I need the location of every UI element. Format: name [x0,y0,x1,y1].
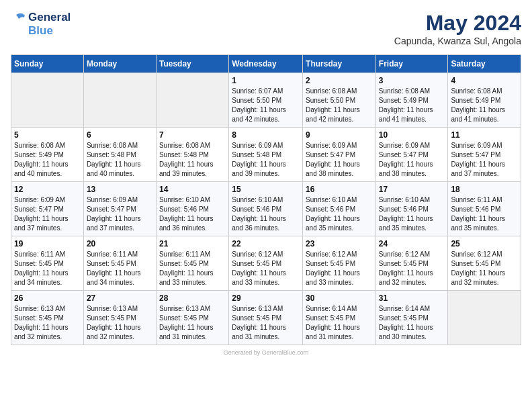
day-number: 22 [232,239,300,248]
table-row: 30Sunrise: 6:14 AMSunset: 5:45 PMDayligh… [303,291,376,345]
table-row [11,73,84,128]
table-row: 19Sunrise: 6:11 AMSunset: 5:45 PMDayligh… [11,236,84,291]
table-row: 28Sunrise: 6:13 AMSunset: 5:45 PMDayligh… [156,291,228,345]
table-row: 20Sunrise: 6:11 AMSunset: 5:45 PMDayligh… [83,236,156,291]
day-number: 31 [379,293,445,303]
title-area: May 2024 Capunda, Kwanza Sul, Angola [394,11,521,46]
location-subtitle: Capunda, Kwanza Sul, Angola [394,36,521,46]
header-wednesday: Wednesday [229,55,303,73]
day-info: Sunrise: 6:11 AMSunset: 5:45 PMDaylight:… [14,250,81,287]
day-info: Sunrise: 6:09 AMSunset: 5:47 PMDaylight:… [379,141,445,179]
day-number: 13 [87,185,153,194]
day-number: 26 [14,293,81,303]
table-row: 4Sunrise: 6:08 AMSunset: 5:49 PMDaylight… [448,73,521,128]
day-info: Sunrise: 6:09 AMSunset: 5:48 PMDaylight:… [232,141,300,179]
day-info: Sunrise: 6:12 AMSunset: 5:45 PMDaylight:… [232,250,300,287]
day-info: Sunrise: 6:11 AMSunset: 5:45 PMDaylight:… [159,250,226,287]
day-number: 21 [159,239,226,248]
day-number: 7 [159,130,226,140]
day-info: Sunrise: 6:13 AMSunset: 5:45 PMDaylight:… [87,304,153,342]
day-number: 5 [14,130,81,140]
day-number: 17 [379,185,445,194]
day-info: Sunrise: 6:10 AMSunset: 5:46 PMDaylight:… [306,195,373,233]
day-info: Sunrise: 6:10 AMSunset: 5:46 PMDaylight:… [232,195,300,233]
day-number: 20 [87,239,153,248]
day-number: 10 [379,130,445,140]
day-number: 9 [306,130,373,140]
day-info: Sunrise: 6:12 AMSunset: 5:45 PMDaylight:… [379,250,445,287]
table-row: 21Sunrise: 6:11 AMSunset: 5:45 PMDayligh… [156,236,228,291]
day-info: Sunrise: 6:13 AMSunset: 5:45 PMDaylight:… [159,304,226,342]
table-row: 15Sunrise: 6:10 AMSunset: 5:46 PMDayligh… [229,182,303,236]
table-row: 2Sunrise: 6:08 AMSunset: 5:50 PMDaylight… [303,73,376,128]
day-number: 24 [379,239,445,248]
table-row: 24Sunrise: 6:12 AMSunset: 5:45 PMDayligh… [375,236,448,291]
day-number: 16 [306,185,373,194]
day-info: Sunrise: 6:10 AMSunset: 5:46 PMDaylight:… [379,195,445,233]
day-info: Sunrise: 6:10 AMSunset: 5:46 PMDaylight:… [159,195,226,233]
day-number: 1 [232,76,300,85]
table-row: 12Sunrise: 6:09 AMSunset: 5:47 PMDayligh… [11,182,84,236]
calendar-week-row: 26Sunrise: 6:13 AMSunset: 5:45 PMDayligh… [11,291,521,345]
day-info: Sunrise: 6:08 AMSunset: 5:48 PMDaylight:… [87,141,153,179]
calendar-week-row: 1Sunrise: 6:07 AMSunset: 5:50 PMDaylight… [11,73,521,128]
table-row: 10Sunrise: 6:09 AMSunset: 5:47 PMDayligh… [375,128,448,182]
table-row: 22Sunrise: 6:12 AMSunset: 5:45 PMDayligh… [229,236,303,291]
day-number: 27 [87,293,153,303]
month-title: May 2024 [394,11,521,36]
day-info: Sunrise: 6:09 AMSunset: 5:47 PMDaylight:… [14,195,81,233]
table-row: 3Sunrise: 6:08 AMSunset: 5:49 PMDaylight… [375,73,448,128]
table-row: 1Sunrise: 6:07 AMSunset: 5:50 PMDaylight… [229,73,303,128]
table-row: 13Sunrise: 6:09 AMSunset: 5:47 PMDayligh… [83,182,156,236]
day-number: 30 [306,293,373,303]
table-row: 7Sunrise: 6:08 AMSunset: 5:48 PMDaylight… [156,128,228,182]
day-info: Sunrise: 6:13 AMSunset: 5:45 PMDaylight:… [232,304,300,342]
day-number: 23 [306,239,373,248]
day-info: Sunrise: 6:08 AMSunset: 5:50 PMDaylight:… [306,87,373,124]
day-info: Sunrise: 6:14 AMSunset: 5:45 PMDaylight:… [306,304,373,342]
calendar-table: Sunday Monday Tuesday Wednesday Thursday… [11,54,521,345]
table-row: 29Sunrise: 6:13 AMSunset: 5:45 PMDayligh… [229,291,303,345]
calendar-week-row: 5Sunrise: 6:08 AMSunset: 5:49 PMDaylight… [11,128,521,182]
table-row: 5Sunrise: 6:08 AMSunset: 5:49 PMDaylight… [11,128,84,182]
footer: Generated by GeneralBlue.com [11,349,521,356]
table-row: 14Sunrise: 6:10 AMSunset: 5:46 PMDayligh… [156,182,228,236]
day-number: 3 [379,76,445,85]
day-number: 25 [451,239,518,248]
day-number: 8 [232,130,300,140]
day-info: Sunrise: 6:07 AMSunset: 5:50 PMDaylight:… [232,87,300,124]
day-info: Sunrise: 6:12 AMSunset: 5:45 PMDaylight:… [306,250,373,287]
header-tuesday: Tuesday [156,55,228,73]
day-info: Sunrise: 6:09 AMSunset: 5:47 PMDaylight:… [306,141,373,179]
table-row: 27Sunrise: 6:13 AMSunset: 5:45 PMDayligh… [83,291,156,345]
table-row: 17Sunrise: 6:10 AMSunset: 5:46 PMDayligh… [375,182,448,236]
header-thursday: Thursday [303,55,376,73]
day-number: 2 [306,76,373,85]
day-info: Sunrise: 6:08 AMSunset: 5:49 PMDaylight:… [14,141,81,179]
day-number: 14 [159,185,226,194]
day-number: 4 [451,76,518,85]
day-info: Sunrise: 6:13 AMSunset: 5:45 PMDaylight:… [14,304,81,342]
header-saturday: Saturday [448,55,521,73]
table-row: 31Sunrise: 6:14 AMSunset: 5:45 PMDayligh… [375,291,448,345]
table-row: 16Sunrise: 6:10 AMSunset: 5:46 PMDayligh… [303,182,376,236]
calendar-week-row: 12Sunrise: 6:09 AMSunset: 5:47 PMDayligh… [11,182,521,236]
table-row: 26Sunrise: 6:13 AMSunset: 5:45 PMDayligh… [11,291,84,345]
page-header: General Blue May 2024 Capunda, Kwanza Su… [11,11,521,46]
day-info: Sunrise: 6:08 AMSunset: 5:48 PMDaylight:… [159,141,226,179]
table-row [83,73,156,128]
day-number: 28 [159,293,226,303]
day-number: 6 [87,130,153,140]
table-row: 6Sunrise: 6:08 AMSunset: 5:48 PMDaylight… [83,128,156,182]
day-info: Sunrise: 6:09 AMSunset: 5:47 PMDaylight:… [87,195,153,233]
day-info: Sunrise: 6:14 AMSunset: 5:45 PMDaylight:… [379,304,445,342]
header-friday: Friday [375,55,448,73]
day-info: Sunrise: 6:11 AMSunset: 5:46 PMDaylight:… [451,195,518,233]
table-row: 25Sunrise: 6:12 AMSunset: 5:45 PMDayligh… [448,236,521,291]
table-row: 23Sunrise: 6:12 AMSunset: 5:45 PMDayligh… [303,236,376,291]
day-number: 15 [232,185,300,194]
logo-blue: Blue [28,24,71,38]
day-number: 18 [451,185,518,194]
table-row: 9Sunrise: 6:09 AMSunset: 5:47 PMDaylight… [303,128,376,182]
calendar-week-row: 19Sunrise: 6:11 AMSunset: 5:45 PMDayligh… [11,236,521,291]
